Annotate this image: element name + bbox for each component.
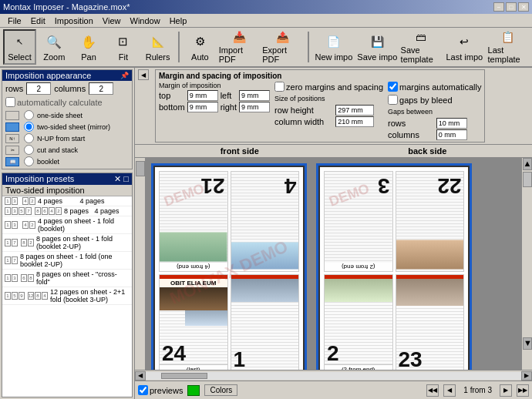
cut-stack-option[interactable]: ✂ cut and stack <box>5 144 129 156</box>
v-scrollbar-right[interactable]: ▲ ▼ <box>521 158 532 370</box>
previews-checkbox[interactable] <box>138 385 148 395</box>
auto-calc-checkbox[interactable] <box>5 97 15 107</box>
back-side-label: back side <box>334 146 522 156</box>
nup-radio[interactable] <box>24 133 34 143</box>
close-btn[interactable]: ✕ <box>518 2 529 12</box>
list-item[interactable]: 17 8 pages on sheet - 1 fold (one bookle… <box>2 252 132 270</box>
margin-top-input[interactable] <box>187 90 218 101</box>
margins-auto-row: margins automatically <box>388 82 481 92</box>
two-sided-icon <box>5 122 19 132</box>
gaps-by-bleed-checkbox[interactable] <box>388 95 398 105</box>
menu-imposition[interactable]: Imposition <box>50 16 98 25</box>
gaps-rows-input[interactable] <box>436 118 467 129</box>
colors-button[interactable]: Colors <box>204 384 237 396</box>
margin-bottom-input[interactable] <box>187 102 218 112</box>
menu-help[interactable]: Help <box>165 16 192 25</box>
zoom-icon: 🔍 <box>45 32 63 51</box>
margin-right-input[interactable] <box>239 102 270 112</box>
front-page-24[interactable]: OBIT ELIA EUM 24 (last) <box>159 274 228 370</box>
v-scroll-thumb[interactable] <box>523 172 532 187</box>
menu-window[interactable]: Window <box>126 16 165 25</box>
booklet-radio[interactable] <box>24 156 34 166</box>
cut-stack-radio[interactable] <box>24 145 34 155</box>
scrollbar-thumb[interactable] <box>136 161 145 176</box>
new-impo-button[interactable]: 📄 New impo <box>313 29 355 65</box>
save-impo-button[interactable]: 💾 Save impo <box>356 29 398 65</box>
preset-mini-layout: 13 42 <box>5 221 35 229</box>
maximize-btn[interactable]: □ <box>506 2 517 12</box>
menu-edit[interactable]: Edit <box>26 16 50 25</box>
back-page-23[interactable]: 23 <box>396 274 465 370</box>
nav-prev-btn[interactable]: ◀ <box>443 384 456 397</box>
nav-first-btn[interactable]: ◀◀ <box>426 384 439 397</box>
v-scroll-down-btn[interactable]: ▼ <box>523 337 532 350</box>
pan-icon: ✋ <box>79 32 98 51</box>
pan-button[interactable]: ✋ Pan <box>72 29 106 65</box>
one-side-option[interactable]: one-side sheet <box>5 109 129 121</box>
menu-view[interactable]: View <box>98 16 126 25</box>
two-sided-option[interactable]: two-sided sheet (mirror) <box>5 121 129 132</box>
margins-auto-checkbox[interactable] <box>388 82 398 92</box>
fit-button[interactable]: ⊡ Fit <box>106 29 140 65</box>
auto-button[interactable]: ⚙ Auto <box>184 29 217 65</box>
nav-next-btn[interactable]: ▶ <box>500 384 512 397</box>
rulers-icon: 📐 <box>149 32 167 51</box>
page-indicator: 1 from 3 <box>460 386 495 394</box>
page-3-top-label: (2 from end) <box>325 263 392 271</box>
sheets-container: (4 from end) 21 DEMO <box>146 158 521 370</box>
last-impo-button[interactable]: ↩ Last impo <box>443 29 485 65</box>
last-template-button[interactable]: 📋 Last template <box>487 29 529 65</box>
canvas-main[interactable]: (4 from end) 21 DEMO <box>146 158 521 370</box>
h-scroll-track[interactable] <box>146 372 521 380</box>
h-scrollbar[interactable]: ◀ ▶ <box>135 370 532 381</box>
rows-input[interactable] <box>26 82 51 95</box>
list-item[interactable]: 13 42 4 pages on sheet - 1 fold (booklet… <box>2 216 132 234</box>
back-page-22[interactable]: 22 <box>396 171 465 272</box>
list-item[interactable]: 17 82 8 pages on sheet - 1 fold (booklet… <box>2 234 132 252</box>
list-item[interactable]: 1357 8642 8 pages 4 pages <box>2 206 132 216</box>
preset-mini-layout: 17 <box>5 256 18 264</box>
booklet-option[interactable]: 📖 booklet <box>5 156 129 167</box>
list-item[interactable]: 13 42 4 pages 4 pages <box>2 196 132 206</box>
row-height-input[interactable] <box>335 105 374 116</box>
presets-header: Imposition presets ✕ □ <box>2 173 132 185</box>
front-page-21[interactable]: (4 from end) 21 DEMO <box>159 171 228 272</box>
one-side-radio[interactable] <box>24 110 34 120</box>
presets-close-btn[interactable]: ✕ □ <box>114 174 129 184</box>
import-pdf-button[interactable]: 📥 Import PDF <box>218 29 260 65</box>
back-page-3[interactable]: (2 from end) 3 DEMO <box>324 171 393 272</box>
columns-input[interactable] <box>89 82 113 95</box>
zero-margins-checkbox[interactable] <box>274 82 285 92</box>
page-num-21: 21 <box>200 173 224 198</box>
menu-file[interactable]: File <box>3 16 26 25</box>
save-template-button[interactable]: 🗃 Save template <box>400 29 442 65</box>
appearance-pin-btn[interactable]: 📌 <box>120 72 129 79</box>
h-scroll-left-btn[interactable]: ◀ <box>135 371 146 381</box>
front-page-1[interactable]: 1 <box>231 274 300 370</box>
export-pdf-button[interactable]: 📤 Export PDF <box>261 29 303 65</box>
h-scroll-thumb[interactable] <box>161 373 207 379</box>
select-button[interactable]: ↖ Select <box>3 29 36 65</box>
margin-collapse-btn[interactable]: ◀ <box>138 69 149 80</box>
gaps-columns-input[interactable] <box>436 129 467 140</box>
two-sided-radio[interactable] <box>24 122 34 132</box>
column-width-input[interactable] <box>335 116 374 127</box>
nav-last-btn[interactable]: ▶▶ <box>517 384 529 397</box>
front-page-4[interactable]: 4 <box>231 171 300 272</box>
zoom-button[interactable]: 🔍 Zoom <box>38 29 71 65</box>
h-scroll-right-btn[interactable]: ▶ <box>521 371 532 381</box>
v-scroll-up-btn[interactable]: ▲ <box>523 158 532 170</box>
list-item[interactable]: 13 68 8 pages on sheet - "cross-fold" <box>2 270 132 287</box>
margin-grid: top left bottom right <box>159 90 270 112</box>
toolbar-separator-1 <box>178 32 180 62</box>
back-page-2[interactable]: 2 (2 from end) <box>324 274 393 370</box>
rulers-button[interactable]: 📐 Rulers <box>141 29 174 65</box>
list-item[interactable]: 159 1284 12 pages on sheet - 2+1 fold (b… <box>2 287 132 305</box>
minimize-btn[interactable]: − <box>493 2 504 12</box>
export-pdf-icon: 📤 <box>273 30 291 44</box>
nup-icon: N↑ <box>5 134 19 143</box>
nup-option[interactable]: N↑ N-UP from start <box>5 132 129 144</box>
page-num-4: 4 <box>284 173 296 198</box>
v-scrollbar-left[interactable] <box>135 158 146 370</box>
margin-left-input[interactable] <box>239 90 270 101</box>
